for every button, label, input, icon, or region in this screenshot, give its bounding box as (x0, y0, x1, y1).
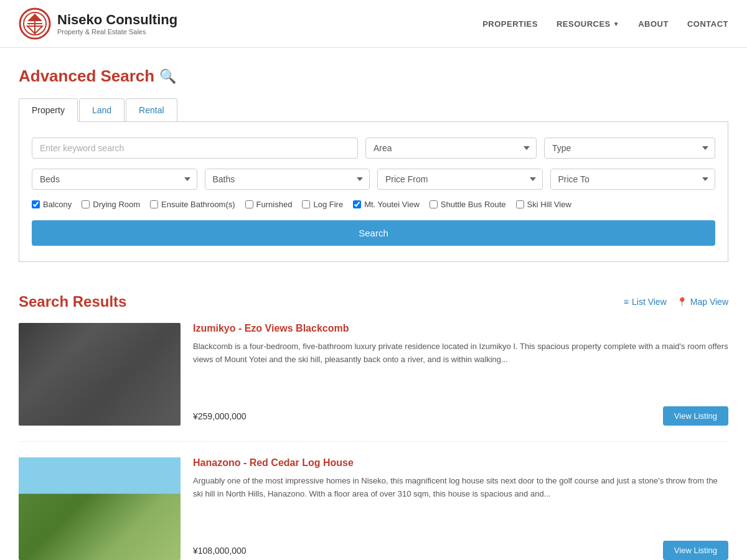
map-view-button[interactable]: 📍 Map View (677, 297, 728, 307)
listing-footer-1: ¥259,000,000 View Listing (193, 406, 728, 426)
tab-rental[interactable]: Rental (126, 98, 177, 121)
listing-image-1 (19, 323, 181, 426)
main-content: Advanced Search 🔍 Property Land Rental A… (0, 48, 747, 293)
page-title: Advanced Search 🔍 (19, 67, 728, 86)
main-nav: PROPERTIES RESOURCES ▼ ABOUT CONTACT (482, 19, 728, 29)
listing-description-2: Arguably one of the most impressive home… (193, 475, 728, 533)
listing-card-1: Izumikyo - Ezo Views Blackcomb Blackcomb… (19, 323, 728, 442)
results-section: Search Results ≡ List View 📍 Map View Iz… (0, 293, 747, 560)
listing-title-2[interactable]: Hanazono - Red Cedar Log House (193, 457, 728, 469)
tab-property[interactable]: Property (19, 98, 78, 122)
listing-footer-2: ¥108,000,000 View Listing (193, 541, 728, 560)
resources-dropdown-arrow: ▼ (613, 21, 619, 27)
search-magnify-icon: 🔍 (159, 68, 176, 85)
checkbox-drying-room[interactable]: Drying Room (82, 200, 140, 209)
checkboxes-row: Balcony Drying Room Ensuite Bathroom(s) … (32, 200, 715, 209)
checkbox-mt-youtei[interactable]: Mt. Youtei View (353, 200, 420, 209)
tab-land[interactable]: Land (79, 98, 125, 121)
listing-card-2: Hanazono - Red Cedar Log House Arguably … (19, 457, 728, 560)
keyword-input[interactable] (32, 138, 358, 159)
beds-select[interactable]: Beds (32, 169, 197, 190)
area-select[interactable]: Area (365, 138, 537, 159)
view-listing-button-2[interactable]: View Listing (663, 541, 728, 560)
listing-content-1: Izumikyo - Ezo Views Blackcomb Blackcomb… (193, 323, 728, 426)
view-listing-button-1[interactable]: View Listing (663, 406, 728, 426)
logo-text: Niseko Consulting Property & Real Estate… (57, 12, 177, 35)
map-pin-icon: 📍 (677, 297, 687, 307)
logo-icon (19, 7, 51, 40)
results-title: Search Results (19, 293, 126, 310)
listing-title-1[interactable]: Izumikyo - Ezo Views Blackcomb (193, 323, 728, 334)
checkbox-log-fire[interactable]: Log Fire (302, 200, 343, 209)
nav-properties[interactable]: PROPERTIES (482, 19, 538, 29)
nav-resources[interactable]: RESOURCES ▼ (557, 19, 619, 29)
checkbox-furnished[interactable]: Furnished (245, 200, 293, 209)
nav-about[interactable]: ABOUT (638, 19, 669, 29)
company-name: Niseko Consulting (57, 12, 177, 28)
header: Niseko Consulting Property & Real Estate… (0, 0, 747, 48)
company-tagline: Property & Real Estate Sales (57, 28, 177, 35)
view-options: ≡ List View 📍 Map View (624, 297, 728, 307)
list-view-icon: ≡ (624, 297, 629, 307)
search-row-2: Beds Baths Price From Price To (32, 169, 715, 190)
nav-contact[interactable]: CONTACT (687, 19, 728, 29)
search-row-1: Area Type (32, 138, 715, 159)
checkbox-ensuite[interactable]: Ensuite Bathroom(s) (150, 200, 235, 209)
price-from-select[interactable]: Price From (377, 169, 543, 190)
search-panel: Area Type Beds Baths Price From Price To (19, 122, 728, 262)
listing-image-2 (19, 457, 181, 560)
checkbox-balcony[interactable]: Balcony (32, 200, 72, 209)
listing-thumbnail-1 (19, 323, 181, 426)
results-header: Search Results ≡ List View 📍 Map View (19, 293, 728, 310)
search-tabs: Property Land Rental (19, 98, 728, 122)
listing-thumbnail-2 (19, 457, 181, 560)
checkbox-shuttle[interactable]: Shuttle Bus Route (430, 200, 506, 209)
baths-select[interactable]: Baths (205, 169, 370, 190)
list-view-button[interactable]: ≡ List View (624, 297, 667, 307)
search-button[interactable]: Search (32, 220, 715, 246)
listing-content-2: Hanazono - Red Cedar Log House Arguably … (193, 457, 728, 560)
price-to-select[interactable]: Price To (550, 169, 716, 190)
listing-price-2: ¥108,000,000 (193, 546, 247, 556)
listing-price-1: ¥259,000,000 (193, 411, 247, 421)
logo-area: Niseko Consulting Property & Real Estate… (19, 7, 177, 40)
type-select[interactable]: Type (544, 138, 715, 159)
checkbox-ski-hill[interactable]: Ski Hill View (516, 200, 571, 209)
listing-description-1: Blackcomb is a four-bedroom, five-bathro… (193, 340, 728, 399)
